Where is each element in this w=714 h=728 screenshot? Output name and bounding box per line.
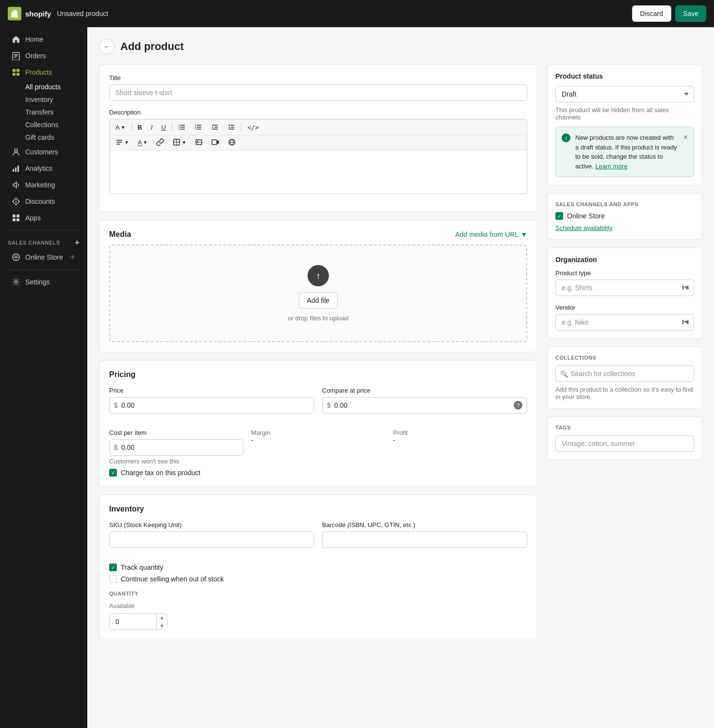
rte-table-btn[interactable]: ▼ — [169, 136, 190, 148]
online-store-channel-checkbox[interactable]: ✓ — [555, 212, 563, 220]
sidebar-sub-inventory[interactable]: Inventory — [4, 93, 83, 106]
rte-outdent-btn[interactable] — [224, 121, 239, 133]
rte-italic-btn[interactable]: I — [147, 122, 157, 133]
shopify-logo-icon — [8, 7, 21, 20]
compare-price-input[interactable] — [322, 397, 527, 414]
rte-bold-btn[interactable]: B — [134, 122, 146, 133]
description-editor[interactable] — [109, 150, 527, 194]
sidebar-item-analytics[interactable]: Analytics — [4, 160, 83, 177]
collections-search-input[interactable] — [555, 365, 694, 382]
rte-sep-2 — [172, 122, 172, 132]
title-input[interactable] — [109, 84, 527, 101]
rte-align-btn[interactable]: ▼ — [112, 136, 133, 148]
collections-section-label: COLLECTIONS — [555, 355, 694, 361]
rte-sep-3 — [241, 122, 242, 132]
back-button[interactable]: ← — [99, 39, 114, 54]
sidebar-item-online-store[interactable]: Online Store 👁 — [4, 249, 83, 265]
track-qty-row: ✓ Track quantity — [109, 563, 527, 571]
rte-ol-btn[interactable]: 123 — [191, 121, 206, 133]
margin-value: - — [251, 436, 386, 444]
online-store-icon — [12, 253, 20, 262]
rte-image-btn[interactable] — [191, 136, 207, 148]
continue-selling-checkbox[interactable] — [109, 575, 117, 583]
sidebar-item-discounts[interactable]: Discounts — [4, 193, 83, 210]
compare-price-help-icon[interactable]: ? — [514, 401, 522, 410]
vendor-select-wrap: ⬆⬇ — [555, 314, 694, 331]
tags-input[interactable] — [555, 435, 694, 452]
product-type-input[interactable] — [555, 280, 694, 296]
add-sales-channel-button[interactable]: + — [75, 238, 80, 247]
sidebar-item-marketing[interactable]: Marketing — [4, 177, 83, 193]
vendor-input[interactable] — [555, 314, 694, 331]
rte-text-color-btn[interactable]: A ▼ — [134, 136, 152, 148]
rte-indent-btn[interactable] — [207, 121, 223, 133]
compare-price-input-wrap: $ ? — [322, 397, 527, 414]
topbar-logo-text: shopify — [25, 10, 51, 18]
add-file-button[interactable]: Add file — [299, 292, 338, 309]
search-icon: 🔍 — [560, 370, 568, 378]
save-button[interactable]: Save — [675, 5, 706, 22]
sidebar-item-apps[interactable]: Apps — [4, 210, 83, 226]
svg-rect-0 — [13, 52, 19, 60]
learn-more-link[interactable]: Learn more — [595, 163, 627, 170]
rte-toolbar: A ▼ B I U 123 — [109, 119, 527, 150]
info-icon: i — [562, 133, 570, 142]
rte-embed-btn[interactable] — [224, 136, 240, 148]
rte-underline-btn[interactable]: U — [158, 122, 170, 133]
cost-prefix: $ — [114, 444, 118, 451]
barcode-label: Barcode (ISBN, UPC, GTIN, etc.) — [322, 521, 527, 529]
sku-input[interactable] — [109, 531, 314, 548]
cost-input[interactable] — [109, 439, 243, 456]
svg-point-20 — [178, 129, 179, 130]
sidebar-item-orders[interactable]: Orders — [4, 48, 83, 64]
product-status-select[interactable]: Draft Active — [555, 86, 694, 102]
rte-font-btn[interactable]: A ▼ — [112, 122, 130, 133]
rte-ul-btn[interactable] — [174, 121, 190, 133]
media-dropzone[interactable]: ↑ Add file or drop files to upload — [109, 245, 527, 342]
continue-selling-row: Continue selling when out of stock — [109, 575, 527, 583]
schedule-availability-link[interactable]: Schedule availability — [555, 224, 613, 232]
svg-point-4 — [15, 149, 17, 152]
rte-code-btn[interactable]: </> — [243, 122, 262, 133]
topbar-left: shopify Unsaved product — [8, 7, 108, 20]
quantity-up-button[interactable]: ▲ — [157, 613, 167, 622]
sidebar-sub-gift-cards[interactable]: Gift cards — [4, 131, 83, 144]
sidebar-item-products[interactable]: Products — [4, 64, 83, 81]
info-banner-close-button[interactable]: × — [683, 133, 688, 142]
sidebar-item-settings[interactable]: Settings — [4, 274, 83, 290]
rte-video-btn[interactable] — [208, 136, 223, 148]
topbar-actions: Discard Save — [632, 5, 706, 22]
quantity-section: QUANTITY Available ▲ ▼ — [109, 591, 527, 630]
quantity-down-button[interactable]: ▼ — [157, 622, 167, 630]
pricing-card: Pricing Price $ Compare at price $ — [99, 360, 537, 487]
product-type-label: Product type — [555, 269, 694, 277]
svg-rect-6 — [15, 167, 16, 172]
sku-group: SKU (Stock Keeping Unit) — [109, 521, 314, 548]
charge-tax-checkbox[interactable]: ✓ — [109, 469, 117, 477]
price-input[interactable] — [109, 397, 314, 414]
rte-link-btn[interactable] — [152, 136, 168, 148]
upload-icon: ↑ — [308, 265, 329, 286]
inventory-card: Inventory SKU (Stock Keeping Unit) Barco… — [99, 495, 537, 640]
page-title: Add product — [120, 40, 184, 53]
online-store-eye-icon[interactable]: 👁 — [70, 254, 76, 261]
add-media-link[interactable]: Add media from URL ▼ — [455, 231, 527, 238]
sidebar-item-home[interactable]: Home — [4, 31, 83, 48]
sidebar-item-customers[interactable]: Customers — [4, 144, 83, 160]
sidebar-item-label: Customers — [25, 148, 58, 156]
sidebar-sub-transfers[interactable]: Transfers — [4, 106, 83, 118]
quantity-spinners: ▲ ▼ — [156, 613, 167, 630]
sidebar-sub-all-products[interactable]: All products — [4, 81, 83, 93]
compare-price-label: Compare at price — [322, 387, 527, 394]
product-status-note: This product will be hidden from all sal… — [555, 106, 694, 121]
online-store-channel-label: Online Store — [567, 212, 605, 220]
tags-card: TAGS — [547, 416, 702, 460]
svg-rect-5 — [13, 169, 14, 172]
collections-note: Add this product to a collection so it's… — [555, 386, 694, 400]
organization-title: Organization — [555, 256, 694, 264]
barcode-input[interactable] — [322, 531, 527, 548]
sidebar-sub-collections[interactable]: Collections — [4, 118, 83, 131]
pricing-grid: Price $ Compare at price $ ? — [109, 387, 527, 421]
discard-button[interactable]: Discard — [632, 5, 671, 22]
track-qty-checkbox[interactable]: ✓ — [109, 563, 117, 571]
